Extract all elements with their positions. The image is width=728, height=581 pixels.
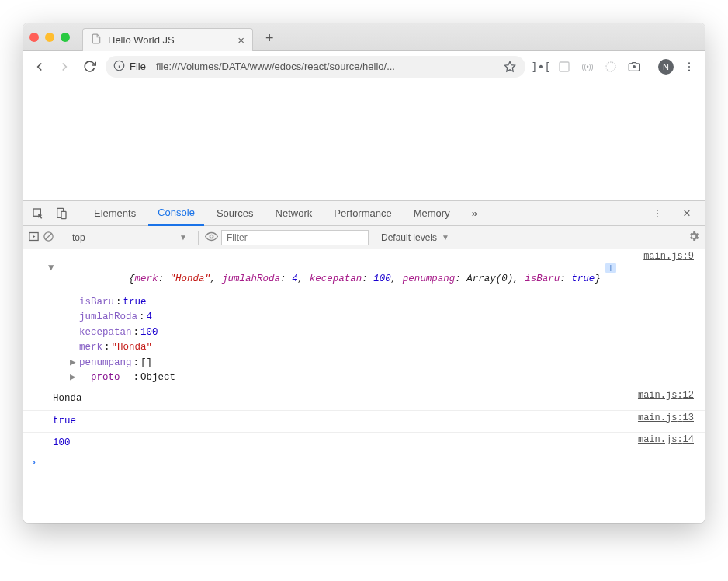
- page-icon: [91, 33, 102, 47]
- eye-icon[interactable]: [205, 230, 218, 245]
- zoom-window-icon[interactable]: [61, 33, 70, 42]
- levels-selector[interactable]: Default levels ▼: [376, 232, 454, 243]
- caret-down-icon: ▼: [442, 233, 449, 242]
- extension-icon[interactable]: ]•[: [533, 59, 549, 75]
- svg-rect-4: [560, 62, 569, 71]
- url-scheme: File: [130, 61, 146, 72]
- svg-point-13: [657, 213, 658, 214]
- titlebar: Hello World JS × +: [23, 23, 705, 51]
- log-row: main.js:13 true: [23, 411, 705, 433]
- settings-icon[interactable]: [688, 230, 700, 245]
- device-toggle-icon[interactable]: [51, 204, 71, 224]
- svg-marker-3: [504, 61, 515, 71]
- context-label: top: [72, 232, 85, 243]
- tab-network[interactable]: Network: [266, 201, 322, 226]
- console-body: main.js:9 ▼ {merk: "Honda", jumlahRoda: …: [23, 249, 705, 523]
- svg-marker-16: [33, 235, 35, 238]
- menu-icon[interactable]: [681, 59, 697, 75]
- svg-point-7: [688, 65, 690, 67]
- extension-icon[interactable]: ((•)): [580, 59, 595, 75]
- console-toolbar: top ▼ Default levels ▼: [23, 226, 705, 249]
- tab-console[interactable]: Console: [148, 201, 204, 226]
- sidebar-toggle-icon[interactable]: [28, 231, 40, 245]
- reload-button[interactable]: [81, 58, 98, 75]
- object-properties: isBaru: true jumlahRoda: 4 kecepatan: 10…: [34, 295, 697, 385]
- divider: [151, 61, 151, 73]
- close-tab-icon[interactable]: ×: [237, 33, 244, 47]
- omnibox[interactable]: File file:///Volumes/DATA/www/edocs/reac…: [106, 56, 525, 78]
- back-button[interactable]: [31, 58, 48, 75]
- address-bar: File file:///Volumes/DATA/www/edocs/reac…: [23, 51, 705, 82]
- caret-down-icon: ▼: [179, 233, 187, 242]
- close-window-icon[interactable]: [29, 33, 39, 42]
- camera-icon[interactable]: [626, 59, 642, 75]
- log-value: Honda: [53, 393, 82, 404]
- url-path: file:///Volumes/DATA/www/edocs/react/sou…: [156, 61, 497, 72]
- site-info-icon[interactable]: [113, 60, 125, 74]
- devtools-close-icon[interactable]: ×: [677, 204, 697, 224]
- tab-memory[interactable]: Memory: [404, 201, 459, 226]
- tab-performance[interactable]: Performance: [324, 201, 400, 226]
- source-link[interactable]: main.js:9: [643, 251, 694, 262]
- svg-rect-11: [61, 211, 66, 218]
- tab-sources[interactable]: Sources: [207, 201, 263, 226]
- object-summary[interactable]: ▼ {merk: "Honda", jumlahRoda: 4, kecepat…: [34, 252, 697, 295]
- filter-input[interactable]: [221, 230, 369, 245]
- caret-down-icon[interactable]: ▼: [48, 263, 57, 273]
- devtools-panel: Elements Console Sources Network Perform…: [23, 200, 705, 523]
- clear-console-icon[interactable]: [43, 231, 54, 245]
- svg-point-6: [688, 62, 690, 64]
- profile-avatar[interactable]: N: [658, 59, 674, 75]
- levels-label: Default levels: [381, 232, 437, 243]
- extension-icon[interactable]: [556, 59, 572, 75]
- source-link[interactable]: main.js:12: [638, 390, 694, 401]
- tab-title: Hello World JS: [108, 34, 175, 46]
- inspect-icon[interactable]: [28, 204, 48, 224]
- log-row: main.js:14 100: [23, 433, 705, 454]
- log-row-object: main.js:9 ▼ {merk: "Honda", jumlahRoda: …: [23, 249, 705, 388]
- log-value: true: [53, 416, 76, 426]
- caret-right-icon[interactable]: ▶: [70, 356, 78, 371]
- devtools-tabbar: Elements Console Sources Network Perform…: [23, 201, 705, 226]
- svg-point-19: [210, 235, 213, 238]
- page-content: [23, 82, 705, 200]
- extension-icon[interactable]: [603, 59, 619, 75]
- divider: [650, 60, 650, 74]
- context-selector[interactable]: top ▼: [68, 232, 192, 243]
- devtools-menu-icon[interactable]: [647, 204, 667, 224]
- forward-button[interactable]: [56, 58, 73, 75]
- svg-point-8: [688, 69, 690, 71]
- log-value: 100: [53, 437, 71, 448]
- new-tab-button[interactable]: +: [265, 30, 274, 47]
- svg-point-14: [657, 216, 658, 217]
- source-link[interactable]: main.js:13: [638, 412, 694, 423]
- info-badge-icon[interactable]: i: [605, 263, 616, 273]
- console-prompt[interactable]: ›: [23, 454, 705, 471]
- tab-elements[interactable]: Elements: [85, 201, 145, 226]
- minimize-window-icon[interactable]: [45, 33, 54, 42]
- browser-window: Hello World JS × + File file:///Volumes/…: [23, 23, 705, 523]
- star-icon[interactable]: [502, 59, 518, 75]
- tab-overflow[interactable]: »: [463, 201, 487, 226]
- svg-point-12: [657, 209, 658, 210]
- svg-line-18: [46, 233, 52, 239]
- window-controls: [29, 33, 76, 42]
- source-link[interactable]: main.js:14: [638, 434, 694, 445]
- log-row: main.js:12 Honda: [23, 388, 705, 410]
- caret-right-icon[interactable]: ▶: [70, 371, 78, 385]
- browser-tab[interactable]: Hello World JS ×: [82, 28, 253, 51]
- svg-point-5: [606, 62, 615, 71]
